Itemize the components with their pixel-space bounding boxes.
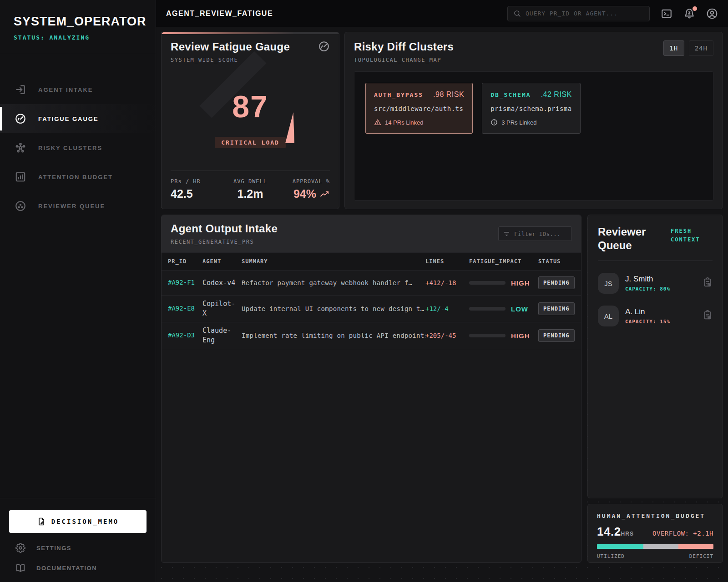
reviewer-queue-title: Reviewer Queue [598,225,666,252]
clusters-icon [15,142,26,154]
decision-memo-button[interactable]: DECISION_MEMO [9,510,147,533]
sidebar-header: SYSTEM_OPERATOR STATUS: ANALYZING [0,0,156,53]
filter-ids-box[interactable] [498,226,572,241]
approval-value: 94% [293,187,316,201]
cluster-path: prisma/schema.prisma [490,105,572,112]
topbar: AGENT_REVIEW_FATIGUE [156,0,728,27]
gauge-visual: 87 CRITICAL LOAD [171,63,330,171]
budget-hours-value: 14.2 [597,525,621,539]
col-agent: AGENT [202,258,242,265]
intake-icon [15,84,26,95]
risky-diff-clusters-card: Risky Diff Clusters TOPOLOGICAL_CHANGE_M… [344,32,723,209]
sidebar-item-reviewer-queue[interactable]: REVIEWER QUEUE [0,191,156,221]
critical-load-badge: CRITICAL LOAD [215,137,286,148]
reviewer-row[interactable]: AL A. Lin CAPACITY: 15% [598,306,713,326]
impact-label: HIGH [511,332,530,340]
settings-item[interactable]: SETTINGS [9,533,147,553]
col-summary: SUMMARY [242,258,425,265]
impact-bar-track [469,307,506,311]
documentation-label: DOCUMENTATION [36,565,97,572]
fatigue-impact: HIGH [469,332,538,340]
sidebar-footer: DECISION_MEMO SETTINGS DOCUMENTATION [0,498,156,582]
reviewer-queue-card: Reviewer Queue FRESH CONTEXT JS J. Smith… [587,215,723,498]
impact-label: HIGH [511,279,530,287]
fatigue-score-value: 87 [171,89,330,124]
attention-budget-card: HUMAN_ATTENTION_BUDGET 14.2 HRS OVERFLOW… [587,504,723,563]
avatar: AL [598,306,619,326]
cluster-name: AUTH_BYPASS [374,91,423,98]
review-fatigue-gauge-card: Review Fatigue Gauge SYSTEM_WIDE_SCORE 8… [161,32,339,209]
col-fatigue-impact: FATIGUE_IMPACT [469,258,538,265]
gauge-card-subtitle: SYSTEM_WIDE_SCORE [171,57,290,63]
app-title: SYSTEM_OPERATOR [14,15,142,29]
sidebar-item-label: FATIGUE GAUGE [38,115,99,122]
agent-name: Copilot-X [202,299,242,318]
fresh-context-badge: FRESH CONTEXT [671,227,713,244]
sidebar-item-label: RISKY CLUSTERS [38,145,102,151]
sidebar-item-attention-budget[interactable]: ATTENTION BUDGET [0,162,156,191]
reviewer-row[interactable]: JS J. Smith CAPACITY: 80% [598,273,713,294]
notification-dot [693,6,697,11]
reviewer-name: A. Lin [625,307,670,316]
page-title: AGENT_REVIEW_FATIGUE [166,10,273,18]
sidebar-nav: AGENT INTAKE FATIGUE GAUGE RISKY CLUSTER… [0,75,156,498]
reviewer-capacity: CAPACITY: 80% [625,286,670,292]
stat-value: 1.2m [224,187,277,201]
pr-summary: Implement rate limiting on public API en… [242,332,425,339]
stat-label: APPROVAL % [277,178,330,185]
gauge-icon [15,113,26,125]
pr-summary: Refactor payment gateway webhook handler… [242,279,425,286]
sidebar-item-agent-intake[interactable]: AGENT INTAKE [0,75,156,104]
global-search[interactable] [507,6,650,21]
table-row[interactable]: #A92-F1 Codex-v4 Refactor payment gatewa… [162,271,581,296]
utilized-segment [597,544,643,549]
gauge-icon [318,40,330,54]
documentation-item[interactable]: DOCUMENTATION [9,553,147,573]
book-icon [15,563,25,573]
terminal-button[interactable] [661,8,672,20]
sidebar-item-label: REVIEWER QUEUE [38,203,105,210]
stat-avg-dwell: AVG DWELL 1.2m [224,178,277,201]
pending-button[interactable]: PENDING [538,329,575,342]
pr-id: #A92-F1 [168,278,202,287]
sidebar-item-label: ATTENTION BUDGET [38,174,113,181]
pr-id: #A92-D3 [168,331,202,340]
search-input[interactable] [526,10,644,17]
buffer-segment [643,544,678,549]
sidebar-item-risky-clusters[interactable]: RISKY CLUSTERS [0,133,156,162]
attention-budget-title: HUMAN_ATTENTION_BUDGET [597,512,713,519]
impact-label: LOW [511,305,528,313]
filter-ids-input[interactable] [514,231,567,237]
memo-icon [37,517,46,526]
range-1h-button[interactable]: 1H [663,40,684,56]
info-icon [490,119,498,126]
stat-label: AVG DWELL [224,178,277,185]
intake-subtitle: RECENT_GENERATIVE_PRS [171,239,278,245]
assign-review-button[interactable] [703,310,713,322]
utilized-label: UTILIZED [597,553,625,559]
assign-review-button[interactable] [703,277,713,289]
clusters-card-subtitle: TOPOLOGICAL_CHANGE_MAP [354,57,454,63]
table-row[interactable]: #A92-E8 Copilot-X Update internal UI com… [162,296,581,322]
notifications-button[interactable] [683,8,695,20]
time-range-toggle: 1H 24H [663,40,713,56]
impact-bar-track [469,334,506,337]
account-button[interactable] [706,8,718,20]
filter-icon [503,231,510,237]
lines-changed: +205/-45 [425,332,469,339]
clipboard-plus-icon [703,310,713,320]
lines-changed: +12/-4 [425,305,469,312]
sidebar-item-fatigue-gauge[interactable]: FATIGUE GAUGE [0,104,156,133]
cluster-risk: .42 RISK [541,90,572,99]
impact-bar-track [469,281,506,285]
pending-button[interactable]: PENDING [538,276,575,289]
col-lines: LINES [425,258,469,265]
cluster-db-schema[interactable]: DB_SCHEMA .42 RISK prisma/schema.prisma … [482,83,581,134]
gauge-stats-row: PRs / HR 42.5 AVG DWELL 1.2m APPROVAL % … [171,171,330,201]
gear-icon [15,543,25,553]
range-24h-button[interactable]: 24H [689,40,713,56]
sidebar: SYSTEM_OPERATOR STATUS: ANALYZING AGENT … [0,0,156,582]
cluster-auth-bypass[interactable]: AUTH_BYPASS .98 RISK src/middleware/auth… [365,83,473,134]
pending-button[interactable]: PENDING [538,302,575,315]
table-row[interactable]: #A92-D3 Claude-Eng Implement rate limiti… [162,322,581,349]
